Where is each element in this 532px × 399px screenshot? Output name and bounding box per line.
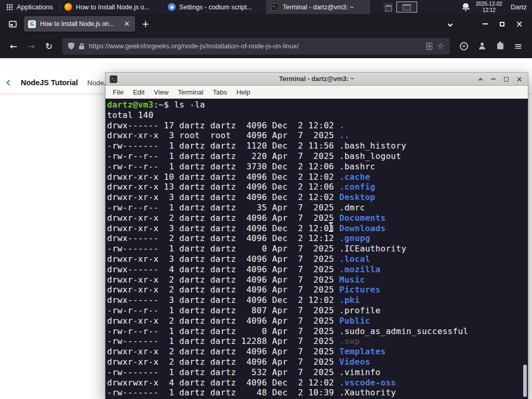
terminal-scrollbar-thumb[interactable] [523, 365, 527, 397]
terminal-maximize-button[interactable] [502, 75, 511, 84]
listing-meta: -rw-r--r-- 1 dartz dartz 220 Apr 7 2025 [107, 151, 339, 161]
terminal-listing-line: -rw------- 1 dartz dartz 1120 Dec 2 11:5… [107, 141, 528, 151]
account-button[interactable] [473, 38, 490, 54]
forward-button[interactable]: → [23, 38, 39, 54]
site-nav-title[interactable]: NodeJS Tutorial [21, 78, 78, 87]
back-button[interactable]: ← [5, 38, 22, 54]
menu-file[interactable]: File [108, 88, 128, 96]
listing-name: .Xauthority [339, 388, 396, 397]
menu-help[interactable]: Help [232, 88, 255, 96]
listing-name: .bash_history [339, 141, 406, 151]
bookmark-star-icon[interactable]: ☆ [437, 42, 444, 50]
listing-meta: drwxr-xr-x 3 dartz dartz 4096 Dec 2 12:0… [107, 192, 339, 202]
taskbar-button-firefox[interactable]: How to Install Node.js o... [60, 0, 163, 14]
taskbar-button-settings[interactable]: Settings - codium script... [163, 0, 267, 14]
desktop-top-panel: Applications How to Install Node.js o...… [0, 0, 532, 14]
prompt-symbol: $ [164, 100, 174, 110]
listing-meta: -rw------- 1 dartz dartz 1120 Dec 2 11:5… [107, 141, 339, 151]
terminal-listing-line: -rw-r--r-- 1 dartz dartz 3730 Dec 2 12:0… [107, 162, 528, 172]
taskbar-button-terminal[interactable]: Terminal - dartz@vm3: ~ [267, 0, 370, 14]
listing-meta: drwxr-xr-x 2 dartz dartz 4096 Apr 7 2025 [107, 347, 339, 356]
menu-terminal[interactable]: Terminal [173, 88, 208, 96]
menu-button[interactable]: ≡ [510, 38, 527, 54]
terminal-listing-line: -rw-r--r-- 1 dartz dartz 35 Apr 7 2025 .… [107, 203, 528, 213]
menu-edit[interactable]: Edit [128, 88, 149, 96]
url-bar[interactable]: https://www.geeksforgeeks.org/node-js/in… [62, 38, 450, 55]
maximize-button[interactable] [494, 17, 511, 31]
lock-icon[interactable] [79, 43, 84, 49]
terminal-title-bar[interactable]: Terminal - dartz@vm3: ~ × [105, 73, 528, 86]
terminal-listing-line: -rw------- 1 dartz dartz 12288 Apr 7 202… [107, 336, 528, 347]
chevron-left-icon [6, 79, 12, 85]
mouse-cursor [328, 222, 334, 232]
new-tab-button[interactable]: + [138, 17, 153, 31]
url-text: https://www.geeksforgeeks.org/node-js/in… [89, 42, 421, 50]
browser-tab[interactable]: G How to Install Node.js on... × [24, 16, 135, 32]
listing-name: .config [339, 182, 376, 192]
listing-name: .. [339, 130, 350, 140]
listing-meta: -rw------- 1 dartz dartz 12288 Apr 7 202… [107, 336, 339, 346]
terminal-minimize-button[interactable] [489, 75, 498, 84]
close-button[interactable]: × [511, 17, 528, 31]
terminal-listing-line: drwxr-xr-x 3 dartz dartz 4096 Dec 2 12:0… [107, 223, 528, 234]
terminal-output[interactable]: dartz@vm3:~$ ls -latotal 140drwx------ 1… [105, 99, 528, 399]
listing-meta: drwxr-xr-x 3 dartz dartz 4096 Dec 2 12:0… [107, 223, 339, 233]
terminal-listing-line: -rw------- 1 dartz dartz 48 Dec 2 10:39 … [107, 388, 528, 398]
terminal-listing-line: drwxr-xr-x 2 dartz dartz 4096 Apr 7 2025… [107, 347, 528, 357]
terminal-listing-line: drwxr-xr-x 3 dartz dartz 4096 Apr 7 2025… [107, 254, 528, 264]
panel-clock[interactable]: 2025-12-02 12:12 [476, 1, 502, 13]
terminal-listing-line: -rw-r--r-- 1 dartz dartz 807 Apr 7 2025 … [107, 305, 528, 316]
prompt-cwd: ~ [158, 100, 164, 110]
listing-meta: drwx------ 3 dartz dartz 4096 Dec 2 12:0… [107, 295, 339, 305]
listing-name: Music [339, 275, 365, 285]
pocket-button[interactable] [455, 38, 472, 54]
shade-button[interactable] [476, 75, 485, 84]
terminal-listing-line: -rw------- 1 dartz dartz 532 Apr 7 2025 … [107, 367, 528, 378]
workspace-switcher[interactable] [396, 2, 417, 12]
tray-window-icon[interactable] [383, 3, 393, 12]
terminal-listing-line: drwxr-xr-x 2 dartz dartz 4096 Apr 7 2025… [107, 275, 528, 285]
prompt-user-host: dartz@vm3 [107, 100, 153, 110]
notification-bell-icon[interactable] [462, 3, 470, 11]
minimize-button[interactable] [476, 17, 494, 31]
menu-view[interactable]: View [149, 88, 173, 96]
tab-favicon: G [28, 20, 36, 28]
applications-menu[interactable]: Applications [0, 0, 59, 14]
listing-meta: drwxrwxr-x 4 dartz dartz 4096 Dec 2 12:0… [107, 378, 339, 388]
puzzle-icon [497, 43, 503, 49]
menu-tabs[interactable]: Tabs [208, 88, 231, 96]
chevron-up-icon [478, 77, 482, 82]
listing-meta: drwx------ 4 dartz dartz 4096 Apr 7 2025 [107, 264, 339, 274]
firefox-view-button[interactable] [5, 17, 20, 31]
terminal-listing-line: -rw------- 1 dartz dartz 0 Apr 7 2025 .I… [107, 244, 528, 254]
tracking-protection-shield-icon[interactable] [68, 43, 74, 50]
listing-meta: -rw-r--r-- 1 dartz dartz 35 Apr 7 2025 [107, 203, 339, 212]
listing-meta: -rw-r--r-- 1 dartz dartz 3730 Dec 2 12:0… [107, 162, 339, 171]
listing-meta: -rw------- 1 dartz dartz 48 Dec 2 10:39 [107, 388, 339, 397]
reader-mode-icon[interactable] [426, 43, 432, 50]
terminal-window-controls: × [476, 75, 524, 84]
listing-name: Pictures [339, 285, 380, 295]
terminal-prompt-line: dartz@vm3:~$ ls -la [107, 100, 528, 110]
minimize-icon [491, 78, 496, 79]
listing-name: .mozilla [339, 264, 380, 274]
extensions-button[interactable] [491, 38, 509, 54]
listing-meta: drwxr-xr-x 2 dartz dartz 4096 Apr 7 2025 [107, 285, 339, 295]
terminal-listing-line: drwxr-xr-x 13 dartz dartz 4096 Dec 2 12:… [107, 182, 528, 192]
terminal-listing-line: drwxr-xr-x 2 dartz dartz 4096 Apr 7 2025… [107, 316, 528, 326]
terminal-close-button[interactable]: × [515, 75, 524, 84]
tab-close-icon[interactable]: × [123, 20, 131, 28]
terminal-listing-line: drwx------ 2 dartz dartz 4096 Dec 2 12:1… [107, 233, 528, 244]
listing-name: .bashrc [339, 162, 376, 171]
browser-tab-bar: G How to Install Node.js on... × + × [0, 14, 532, 34]
reload-button[interactable]: ↻ [41, 38, 57, 54]
user-menu[interactable]: Dartz [511, 3, 527, 11]
terminal-listing-line: drwxr-xr-x 3 root root 4096 Apr 7 2025 .… [107, 130, 528, 141]
listing-meta: -rw-r--r-- 1 dartz dartz 807 Apr 7 2025 [107, 305, 339, 315]
list-all-tabs-button[interactable] [442, 17, 458, 31]
listing-name: Documents [339, 213, 385, 223]
terminal-total-line: total 140 [107, 110, 528, 121]
nav-back-button[interactable] [7, 81, 11, 85]
firefox-view-icon [9, 21, 17, 28]
listing-name: Downloads [339, 223, 385, 233]
